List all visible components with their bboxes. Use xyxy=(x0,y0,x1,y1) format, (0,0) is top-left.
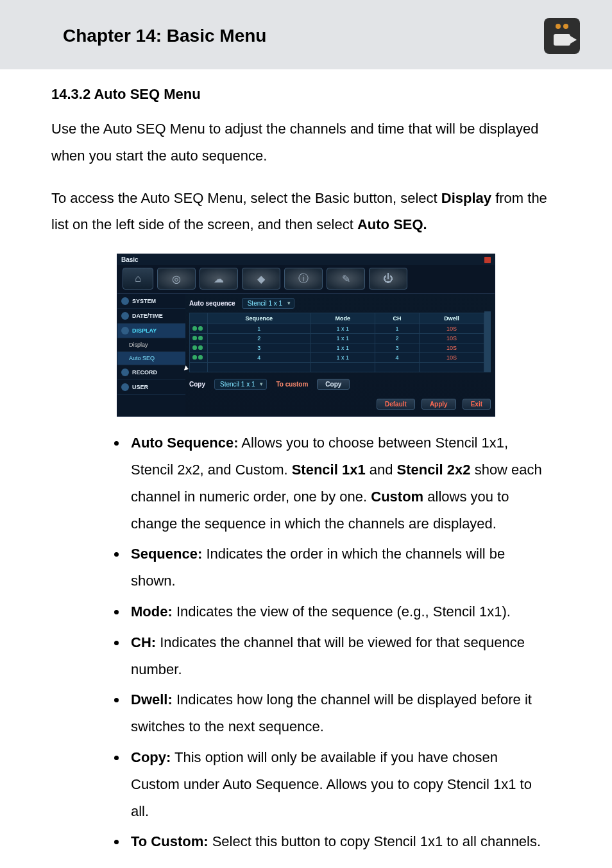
home-icon[interactable]: ⌂ xyxy=(123,268,153,290)
to-custom-label: To custom xyxy=(276,381,308,388)
table-row[interactable]: 4 1 x 1 4 10S xyxy=(190,353,484,363)
sidebar-item-label: RECORD xyxy=(132,369,157,376)
bullet-title: Sequence: xyxy=(131,546,202,562)
cell-sequence: 2 xyxy=(208,334,310,343)
sidebar-item-label: Display xyxy=(129,342,148,348)
dvr-window: Basic ⌂ ◎ ☁ ◆ ⓘ ✎ ⏻ SYSTEM DATE/TIME xyxy=(117,254,495,417)
cell-dwell[interactable]: 10S xyxy=(419,343,484,353)
access-paragraph: To access the Auto SEQ Menu, select the … xyxy=(51,185,561,239)
dvr-body: SYSTEM DATE/TIME DISPLAY Display Auto SE… xyxy=(117,294,495,416)
bullet-title: To Custom: xyxy=(131,833,208,849)
apply-button[interactable]: Apply xyxy=(421,399,456,410)
clock-icon xyxy=(121,312,129,320)
table-row-empty xyxy=(190,363,484,372)
record-icon xyxy=(121,369,129,376)
table-row[interactable]: 3 1 x 1 3 10S xyxy=(190,343,484,353)
sidebar-item-label: Auto SEQ xyxy=(129,355,155,361)
sidebar-item-system[interactable]: SYSTEM xyxy=(117,294,185,309)
access-bold-autoseq: Auto SEQ. xyxy=(357,216,427,232)
user-icon xyxy=(121,383,129,391)
bullet-title: Mode: xyxy=(131,603,173,620)
dvr-main: Auto sequence Stencil 1 x 1 Sequence Mod… xyxy=(185,294,495,416)
cell-sequence: 3 xyxy=(208,343,310,353)
intro-paragraph: Use the Auto SEQ Menu to adjust the chan… xyxy=(51,116,561,169)
sidebar-item-label: USER xyxy=(132,384,148,390)
cell-dwell[interactable]: 10S xyxy=(419,353,484,363)
monitor-icon xyxy=(121,327,129,334)
brush-icon[interactable]: ✎ xyxy=(327,268,365,290)
bullet-bold: Stencil 1x1 xyxy=(292,462,366,478)
bullet-title: Copy: xyxy=(131,749,171,765)
gear-icon xyxy=(121,297,129,305)
sequence-table-wrap: Sequence Mode CH Dwell 1 xyxy=(189,311,491,372)
cursor-icon xyxy=(184,365,189,372)
wedge-icon[interactable]: ◆ xyxy=(242,268,280,290)
col-header-arrows xyxy=(190,313,208,324)
col-header-dwell: Dwell xyxy=(419,313,484,324)
cell-ch: 3 xyxy=(375,343,419,353)
auto-sequence-label: Auto sequence xyxy=(189,300,235,307)
close-icon[interactable] xyxy=(484,257,491,263)
target-icon[interactable]: ◎ xyxy=(157,268,196,290)
cell-mode: 1 x 1 xyxy=(310,334,375,343)
list-item: Dwell: Indicates how long the channel wi… xyxy=(127,686,548,740)
col-header-sequence: Sequence xyxy=(208,313,310,324)
bullet-text: Indicates the channel that will be viewe… xyxy=(131,634,525,677)
bullet-bold: Custom xyxy=(371,489,423,505)
cell-dwell[interactable]: 10S xyxy=(419,324,484,334)
cell-sequence: 1 xyxy=(208,324,310,334)
exit-button[interactable]: Exit xyxy=(463,399,491,410)
col-header-ch: CH xyxy=(375,313,419,324)
sidebar-item-datetime[interactable]: DATE/TIME xyxy=(117,309,185,324)
chapter-title: Chapter 14: Basic Menu xyxy=(63,26,266,46)
row-reorder-icon[interactable] xyxy=(190,343,208,353)
table-row[interactable]: 2 1 x 1 2 10S xyxy=(190,334,484,343)
copy-dropdown[interactable]: Stencil 1 x 1 xyxy=(214,379,267,390)
auto-sequence-dropdown[interactable]: Stencil 1 x 1 xyxy=(242,298,294,309)
sidebar-item-label: DATE/TIME xyxy=(132,313,163,319)
list-item: Mode: Indicates the view of the sequence… xyxy=(127,598,548,625)
copy-label: Copy xyxy=(189,381,205,388)
scrollbar[interactable] xyxy=(484,311,491,372)
list-item: Sequence: Indicates the order in which t… xyxy=(127,541,548,595)
cell-dwell[interactable]: 10S xyxy=(419,334,484,343)
sidebar-subitem-display[interactable]: Display xyxy=(117,338,185,352)
copy-button[interactable]: Copy xyxy=(317,379,350,390)
power-icon[interactable]: ⏻ xyxy=(369,268,407,290)
list-item: Auto Sequence: Allows you to choose betw… xyxy=(127,430,548,537)
copy-row: Copy Stencil 1 x 1 To custom Copy xyxy=(189,379,491,390)
bullet-text: Indicates how long the channel will be d… xyxy=(131,691,532,734)
bullet-bold: Stencil 2x2 xyxy=(397,462,471,478)
bullet-text: This option will only be available if yo… xyxy=(131,749,532,819)
screenshot-wrap: Basic ⌂ ◎ ☁ ◆ ⓘ ✎ ⏻ SYSTEM DATE/TIME xyxy=(51,254,561,417)
sidebar-item-user[interactable]: USER xyxy=(117,380,185,395)
row-reorder-icon[interactable] xyxy=(190,334,208,343)
chapter-header: Chapter 14: Basic Menu xyxy=(0,0,612,69)
info-icon[interactable]: ⓘ xyxy=(284,268,323,290)
table-row[interactable]: 1 1 x 1 1 10S xyxy=(190,324,484,334)
row-reorder-icon[interactable] xyxy=(190,324,208,334)
cell-ch: 4 xyxy=(375,353,419,363)
sidebar-subitem-autoseq[interactable]: Auto SEQ xyxy=(117,352,185,365)
bullet-list: Auto Sequence: Allows you to choose betw… xyxy=(51,430,561,855)
cell-mode: 1 x 1 xyxy=(310,343,375,353)
sidebar-item-record[interactable]: RECORD xyxy=(117,365,185,380)
cloud-icon[interactable]: ☁ xyxy=(200,268,238,290)
bottom-buttons: Default Apply Exit xyxy=(189,399,491,410)
sidebar-item-label: DISPLAY xyxy=(132,327,157,334)
list-item: To Custom: Select this button to copy St… xyxy=(127,828,548,855)
dvr-sidebar: SYSTEM DATE/TIME DISPLAY Display Auto SE… xyxy=(117,294,185,416)
bullet-title: Auto Sequence: xyxy=(131,435,238,451)
sidebar-item-label: SYSTEM xyxy=(132,298,156,304)
list-item: CH: Indicates the channel that will be v… xyxy=(127,629,548,683)
cell-sequence: 4 xyxy=(208,353,310,363)
row-reorder-icon[interactable] xyxy=(190,353,208,363)
cell-ch: 1 xyxy=(375,324,419,334)
default-button[interactable]: Default xyxy=(377,399,415,410)
camera-icon xyxy=(544,18,580,54)
access-text-pre: To access the Auto SEQ Menu, select the … xyxy=(51,190,441,206)
sidebar-item-display[interactable]: DISPLAY xyxy=(117,324,185,338)
col-header-mode: Mode xyxy=(310,313,375,324)
bullet-title: Dwell: xyxy=(131,691,173,707)
dvr-toolbar: ⌂ ◎ ☁ ◆ ⓘ ✎ ⏻ xyxy=(117,265,495,294)
